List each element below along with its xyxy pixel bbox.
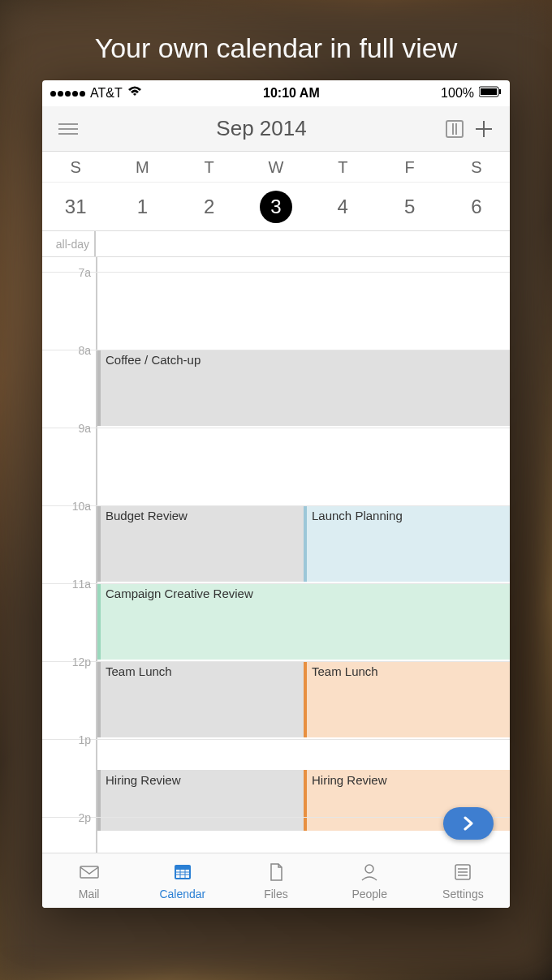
weekday-label: M <box>109 152 175 183</box>
next-fab-button[interactable] <box>443 807 494 840</box>
hour-label: 11a <box>42 578 91 591</box>
tab-label: Mail <box>79 888 100 900</box>
tab-label: Settings <box>442 888 484 900</box>
battery-percent: 100% <box>441 86 474 101</box>
tab-settings[interactable]: Settings <box>416 853 510 908</box>
date-cell[interactable]: 3 <box>243 183 309 230</box>
svg-rect-10 <box>176 870 189 878</box>
hour-row: 11a <box>42 583 510 661</box>
columns-icon <box>444 118 465 140</box>
date-cell[interactable]: 1 <box>109 183 175 230</box>
allday-label: all-day <box>42 231 94 256</box>
date-cell[interactable]: 5 <box>376 183 442 230</box>
menu-button[interactable] <box>54 114 83 144</box>
hour-row: 10a <box>42 505 510 583</box>
date-cell[interactable]: 31 <box>42 183 109 230</box>
mail-icon <box>78 861 101 886</box>
tab-label: Files <box>264 888 288 900</box>
weekday-label: T <box>309 152 376 183</box>
hour-label: 12p <box>42 655 91 668</box>
hour-row: 7a <box>42 272 510 350</box>
hour-row: 8a <box>42 350 510 428</box>
add-button[interactable] <box>469 114 498 144</box>
weekday-label: T <box>176 152 243 183</box>
allday-row: all-day <box>42 231 510 257</box>
svg-rect-8 <box>80 866 98 878</box>
people-icon <box>358 861 381 886</box>
hour-row: 12p <box>42 661 510 739</box>
chevron-right-icon <box>462 815 475 832</box>
weekday-label: W <box>243 152 309 183</box>
hour-label: 7a <box>42 266 91 279</box>
tab-mail[interactable]: Mail <box>42 853 136 908</box>
tab-calendar[interactable]: Calendar <box>136 853 229 908</box>
date-cell[interactable]: 6 <box>443 183 510 230</box>
timeline[interactable]: Coffee / Catch-upBudget ReviewLaunch Pla… <box>42 257 510 853</box>
tab-label: Calendar <box>159 888 205 900</box>
promo-headline: Your own calendar in full view <box>0 0 552 80</box>
plus-icon <box>473 118 494 140</box>
svg-rect-3 <box>446 121 463 137</box>
nav-bar: Sep 2014 <box>42 106 510 152</box>
files-icon <box>265 861 287 886</box>
hour-label: 9a <box>42 422 91 435</box>
weekday-label: S <box>443 152 510 183</box>
hamburger-icon <box>58 123 78 135</box>
svg-rect-1 <box>481 88 497 95</box>
view-toggle-button[interactable] <box>440 114 469 144</box>
hour-row: 9a <box>42 428 510 505</box>
weekday-label: S <box>42 152 109 183</box>
date-cell[interactable]: 4 <box>309 183 376 230</box>
hour-label: 8a <box>42 344 91 357</box>
allday-content[interactable] <box>94 231 510 256</box>
weekday-header: SMTWTFS <box>42 152 510 183</box>
signal-dots-icon <box>50 91 85 97</box>
month-title[interactable]: Sep 2014 <box>83 116 440 141</box>
tab-files[interactable]: Files <box>229 853 322 908</box>
svg-rect-2 <box>499 89 501 94</box>
date-row: 31123456 <box>42 183 510 231</box>
tab-label: People <box>351 888 387 900</box>
status-bar: AT&T 10:10 AM 100% <box>42 80 510 106</box>
hour-label: 10a <box>42 500 91 513</box>
svg-point-15 <box>365 865 373 873</box>
wifi-icon <box>127 86 142 101</box>
settings-icon <box>451 861 474 886</box>
battery-icon <box>479 86 502 101</box>
calendar-icon <box>171 861 194 886</box>
hour-label: 1p <box>42 733 91 746</box>
hour-row: 2p <box>42 817 510 853</box>
phone-frame: AT&T 10:10 AM 100% Sep 2014 SMTWTFS 3112… <box>42 80 510 908</box>
carrier-label: AT&T <box>90 86 123 101</box>
clock-label: 10:10 AM <box>263 86 320 101</box>
hour-row: 1p <box>42 739 510 817</box>
tab-people[interactable]: People <box>323 853 416 908</box>
hour-label: 2p <box>42 811 91 824</box>
weekday-label: F <box>376 152 442 183</box>
date-cell[interactable]: 2 <box>176 183 243 230</box>
tab-bar: MailCalendarFilesPeopleSettings <box>42 853 510 908</box>
